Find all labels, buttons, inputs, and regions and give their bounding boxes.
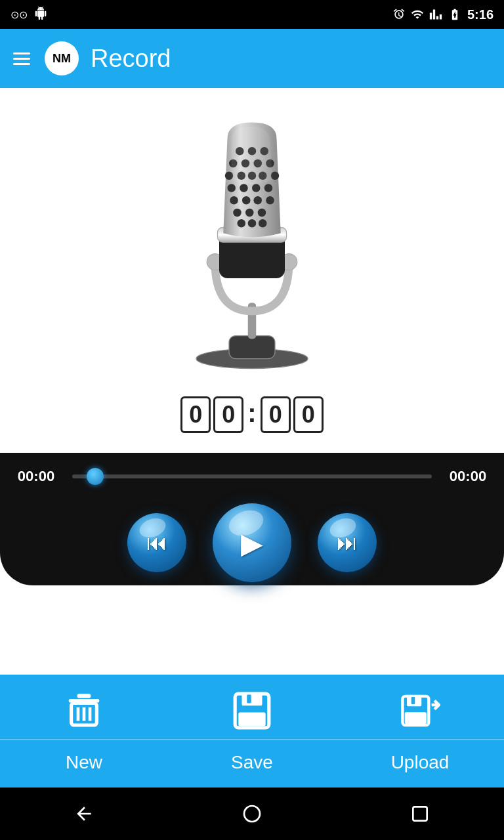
svg-point-20 [240, 184, 248, 192]
new-action[interactable] [0, 690, 168, 731]
svg-rect-1 [229, 336, 275, 359]
timer-display: 0 0 : 0 0 [180, 396, 323, 433]
svg-point-28 [245, 209, 254, 217]
rewind-icon: ⏮ [146, 531, 167, 555]
timer-digit-1: 0 [180, 396, 211, 433]
svg-point-21 [252, 184, 261, 192]
play-icon: ▶ [241, 526, 263, 560]
status-bar: ⊙⊙ 5:16 [0, 0, 504, 29]
status-time: 5:16 [467, 7, 494, 22]
timer-colon: : [247, 398, 256, 432]
status-left-icons: ⊙⊙ [10, 7, 47, 22]
upload-action[interactable] [336, 690, 504, 731]
svg-point-48 [244, 806, 260, 822]
timer-digit-4: 0 [293, 396, 324, 433]
svg-rect-49 [413, 807, 427, 820]
svg-point-31 [248, 219, 257, 228]
svg-point-24 [242, 196, 251, 205]
progress-end-time: 00:00 [432, 468, 504, 485]
fastforward-button[interactable]: ⏭ [318, 513, 377, 572]
save-action[interactable] [168, 690, 336, 731]
svg-point-30 [238, 219, 246, 228]
rewind-button[interactable]: ⏮ [127, 513, 186, 572]
controls-container: ⏮ ▶ ⏭ [0, 500, 504, 585]
microphone-image [160, 108, 344, 383]
back-icon [74, 803, 94, 824]
svg-point-27 [233, 209, 242, 217]
svg-rect-34 [77, 694, 91, 698]
action-icons-row [0, 675, 504, 739]
action-labels-row: New Save Upload [0, 740, 504, 788]
timer-minutes: 0 0 [261, 396, 324, 433]
home-icon [242, 803, 262, 824]
home-button[interactable] [229, 797, 275, 830]
recent-icon [410, 803, 430, 824]
wifi-icon [411, 8, 424, 21]
svg-point-29 [258, 209, 266, 217]
save-icon [232, 690, 272, 731]
trash-icon [64, 690, 104, 731]
android-icon [34, 7, 47, 22]
battery-icon [448, 8, 462, 21]
main-content: 0 0 : 0 0 00:00 00:00 ⏮ ▶ ⏭ [0, 88, 504, 675]
upload-label: Upload [336, 752, 504, 773]
svg-rect-46 [405, 712, 427, 724]
timer-hours: 0 0 [180, 396, 243, 433]
app-bar: NM Record [0, 29, 504, 88]
voicemail-icon: ⊙⊙ [10, 9, 28, 21]
svg-point-23 [230, 196, 238, 205]
progress-thumb[interactable] [87, 468, 104, 485]
play-button[interactable]: ▶ [213, 503, 291, 582]
alarm-icon [392, 8, 406, 21]
recent-button[interactable] [397, 797, 443, 830]
nav-bar [0, 788, 504, 840]
progress-container[interactable]: 00:00 00:00 [0, 453, 504, 500]
svg-rect-40 [242, 694, 262, 705]
timer-digit-3: 0 [261, 396, 291, 433]
save-label: Save [168, 752, 336, 773]
svg-rect-41 [247, 694, 251, 703]
back-button[interactable] [61, 797, 107, 830]
app-logo: NM [45, 41, 79, 75]
svg-rect-45 [411, 697, 415, 704]
svg-rect-42 [238, 713, 265, 726]
progress-bar[interactable] [72, 474, 432, 478]
signal-icon [429, 8, 442, 21]
action-bar: New Save Upload [0, 675, 504, 788]
menu-button[interactable] [13, 52, 30, 65]
upload-icon [400, 690, 440, 731]
fastforward-icon: ⏭ [337, 531, 358, 555]
app-title: Record [91, 45, 171, 73]
svg-point-26 [266, 196, 274, 205]
new-label: New [0, 752, 168, 773]
svg-point-25 [254, 196, 262, 205]
svg-point-32 [259, 219, 267, 228]
status-right-icons: 5:16 [392, 7, 494, 22]
progress-start-time: 00:00 [0, 468, 72, 485]
timer-digit-2: 0 [213, 396, 243, 433]
svg-point-22 [264, 184, 273, 192]
svg-point-19 [228, 184, 236, 192]
